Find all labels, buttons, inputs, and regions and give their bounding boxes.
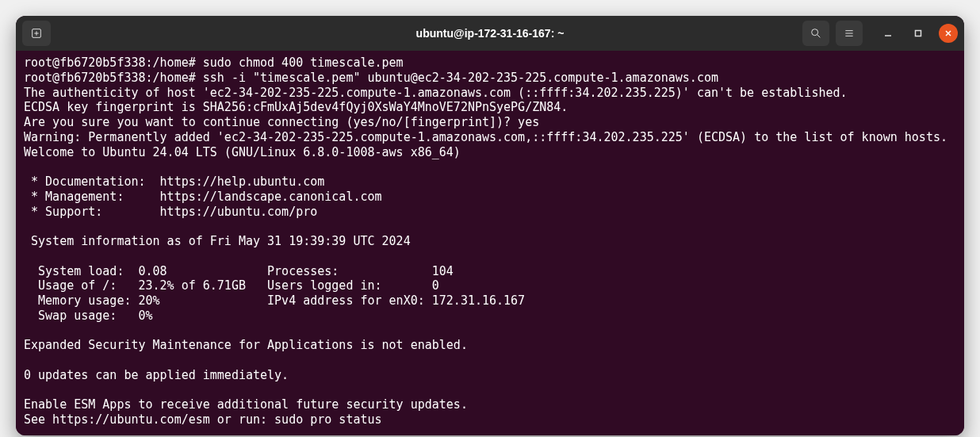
terminal-line: * Support: https://ubuntu.com/pro [24,205,956,220]
search-icon [810,27,822,40]
terminal-line: Enable ESM Apps to receive additional fu… [24,397,956,412]
terminal-output[interactable]: root@fb6720b5f338:/home# sudo chmod 400 … [16,51,964,435]
close-icon [944,29,953,38]
terminal-line: * Management: https://landscape.canonica… [24,190,956,205]
terminal-line: * Documentation: https://help.ubuntu.com [24,174,956,190]
maximize-button[interactable] [909,24,928,43]
terminal-line [24,159,956,174]
terminal-line: Warning: Permanently added 'ec2-34-202-2… [24,130,956,145]
menu-button[interactable] [836,21,863,46]
terminal-line: System information as of Fri May 31 19:3… [24,234,956,249]
svg-line-4 [817,35,821,38]
terminal-line: Expanded Security Maintenance for Applic… [24,338,956,353]
new-tab-icon [30,27,43,40]
minimize-icon [883,29,893,38]
new-tab-button[interactable] [22,21,51,46]
terminal-line: Usage of /: 23.2% of 6.71GB Users logged… [24,278,956,293]
terminal-line: Memory usage: 20% IPv4 address for enX0:… [24,293,956,309]
terminal-line [24,324,956,339]
maximize-icon [913,29,923,38]
terminal-line: Welcome to Ubuntu 24.04 LTS (GNU/Linux 6… [24,145,956,160]
terminal-line [24,219,956,234]
terminal-line: Are you sure you want to continue connec… [24,115,956,130]
terminal-line: See https://ubuntu.com/esm or run: sudo … [24,412,956,427]
terminal-line [24,353,956,368]
window-title: ubuntu@ip-172-31-16-167: ~ [416,27,565,40]
terminal-window: ubuntu@ip-172-31-16-167: ~ [16,16,964,435]
terminal-line: Swap usage: 0% [24,309,956,324]
minimize-button[interactable] [879,24,898,43]
terminal-line: root@fb6720b5f338:/home# sudo chmod 400 … [24,56,956,71]
hamburger-icon [843,27,856,40]
terminal-line [24,383,956,398]
close-button[interactable] [939,24,958,43]
search-button[interactable] [802,21,829,46]
terminal-line: ECDSA key fingerprint is SHA256:cFmUxAj5… [24,100,956,115]
terminal-line: root@fb6720b5f338:/home# ssh -i "timesca… [24,71,956,86]
terminal-line: The authenticity of host 'ec2-34-202-235… [24,86,956,101]
svg-rect-9 [916,31,921,36]
terminal-line [24,249,956,264]
terminal-line: System load: 0.08 Processes: 104 [24,264,956,279]
svg-point-3 [812,29,818,36]
titlebar: ubuntu@ip-172-31-16-167: ~ [16,16,964,51]
terminal-line: 0 updates can be applied immediately. [24,368,956,383]
